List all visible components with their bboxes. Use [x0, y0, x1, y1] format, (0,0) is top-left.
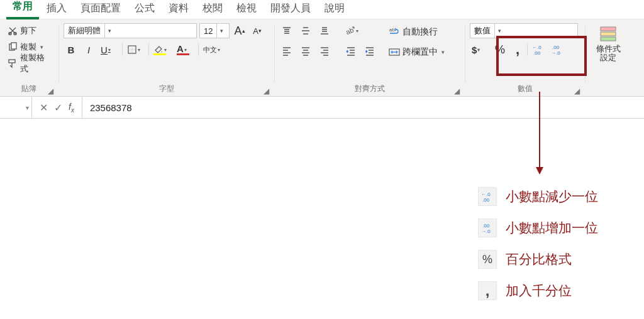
svg-rect-13 — [601, 27, 616, 31]
align-right-icon — [319, 46, 330, 56]
svg-rect-3 — [11, 43, 16, 49]
callout-percent: % 百分比格式 — [478, 250, 598, 269]
cut-button[interactable]: 剪下 — [5, 23, 54, 38]
tab-help[interactable]: 說明 — [318, 0, 351, 19]
merge-center-button[interactable]: 跨欄置中 ▾ — [385, 45, 448, 60]
font-size-value: 12 — [200, 26, 216, 36]
callout-decrease-decimal: ←.0 .00 小數點減少一位 — [478, 187, 598, 206]
separator — [58, 24, 59, 82]
decrease-indent-button[interactable] — [343, 43, 358, 58]
align-right-button[interactable] — [317, 43, 332, 58]
chevron-down-icon: ▾ — [138, 47, 140, 53]
chevron-down-icon: ▾ — [26, 104, 29, 111]
font-name-value: 新細明體 — [64, 25, 104, 36]
chevron-down-icon: ▾ — [356, 28, 358, 34]
formula-input[interactable] — [82, 97, 644, 118]
tab-dev[interactable]: 開發人員 — [264, 0, 317, 19]
tab-home[interactable]: 常用 — [6, 0, 39, 19]
separator — [527, 43, 528, 56]
chevron-down-icon: ▾ — [184, 47, 187, 53]
decrease-font-icon: A — [253, 26, 258, 36]
merge-center-icon — [389, 46, 400, 58]
increase-font-size-button[interactable]: A▴ — [232, 23, 247, 38]
decrease-decimal-icon: .00 →.0 — [551, 43, 564, 56]
chevron-down-icon: ▾ — [494, 24, 504, 38]
tab-view[interactable]: 檢視 — [230, 0, 263, 19]
accounting-button[interactable]: $ ▾ — [470, 42, 489, 57]
dollar-icon: $ — [472, 45, 477, 55]
svg-text:→.0: →.0 — [481, 229, 491, 234]
alignment-launcher-icon[interactable]: ◢ — [453, 87, 460, 95]
svg-rect-4 — [9, 60, 15, 63]
tab-data[interactable]: 資料 — [162, 0, 195, 19]
wrap-text-label: 自動換行 — [402, 26, 438, 38]
clipboard-launcher-icon[interactable]: ◢ — [47, 87, 54, 95]
wrap-text-button[interactable]: ab 自動換行 — [385, 24, 448, 40]
borders-button[interactable]: ▾ — [125, 42, 146, 57]
copy-label: 複製 — [20, 41, 36, 53]
chevron-down-icon: ▾ — [108, 47, 111, 53]
tab-insert[interactable]: 插入 — [40, 0, 73, 19]
conditional-formatting-button[interactable]: 條件式 設定 — [590, 23, 626, 63]
increase-decimal-icon: ←.0 .00 — [532, 43, 545, 56]
callout-comma-label: 加入千分位 — [506, 282, 572, 300]
bold-button[interactable]: B — [64, 42, 79, 57]
underline-icon: U — [101, 45, 108, 55]
cancel-formula-icon[interactable]: ✕ — [40, 102, 48, 114]
orientation-button[interactable]: ab ▾ — [343, 23, 364, 38]
font-color-button[interactable]: A ▾ — [175, 42, 196, 57]
font-color-swatch — [177, 53, 189, 55]
decrease-font-size-button[interactable]: A▾ — [250, 23, 265, 38]
format-painter-label: 複製格式 — [20, 52, 52, 75]
tab-review[interactable]: 校閱 — [196, 0, 229, 19]
svg-text:ab: ab — [389, 27, 395, 33]
fill-color-button[interactable]: ▾ — [152, 42, 172, 57]
format-painter-button[interactable]: 複製格式 — [5, 56, 54, 71]
comma-style-button[interactable]: , — [511, 42, 525, 57]
align-top-button[interactable] — [279, 23, 294, 38]
cond-format-label-1: 條件式 — [596, 45, 621, 53]
group-font: 新細明體 ▾ 12 ▾ A▴ A▾ B I — [60, 22, 274, 96]
percent-icon: % — [495, 43, 505, 57]
align-top-icon — [282, 26, 292, 36]
callout-increase-decimal: .00 →.0 小數點增加一位 — [478, 219, 598, 237]
name-box[interactable]: ▾ — [0, 97, 32, 118]
chevron-down-icon: ▾ — [164, 47, 167, 53]
align-middle-icon — [301, 26, 311, 36]
number-launcher-icon[interactable]: ◢ — [573, 87, 580, 95]
align-bottom-button[interactable] — [317, 23, 332, 38]
underline-button[interactable]: U ▾ — [99, 42, 119, 57]
tab-formulas[interactable]: 公式 — [128, 0, 161, 19]
font-name-combo[interactable]: 新細明體 ▾ — [64, 23, 197, 38]
svg-text:.00: .00 — [533, 50, 541, 56]
tab-layout[interactable]: 頁面配置 — [74, 0, 127, 19]
decrease-indent-icon — [346, 46, 356, 56]
group-number: 數值 ▾ $ ▾ % , — [466, 22, 584, 96]
italic-button[interactable]: I — [81, 42, 96, 57]
group-clipboard: 剪下 複製 ▾ 複製格式 — [0, 22, 58, 96]
borders-icon — [127, 45, 137, 55]
percent-style-button[interactable]: % — [492, 42, 508, 57]
annotation-callouts: ←.0 .00 小數點減少一位 .00 →.0 小數點增加一位 % 百分比格式 … — [478, 187, 598, 300]
separator — [465, 24, 465, 82]
decrease-decimal-button[interactable]: .00 →.0 — [549, 42, 565, 57]
increase-indent-button[interactable] — [362, 43, 377, 58]
number-format-combo[interactable]: 數值 ▾ — [470, 23, 578, 38]
align-left-button[interactable] — [279, 43, 294, 58]
align-middle-button[interactable] — [298, 23, 313, 38]
increase-decimal-button[interactable]: ←.0 .00 — [530, 42, 547, 57]
chevron-down-icon: ▾ — [40, 44, 43, 50]
insert-function-button[interactable]: fx — [69, 102, 74, 114]
enter-formula-icon[interactable]: ✓ — [54, 102, 62, 114]
group-alignment: ab ▾ ab — [275, 22, 464, 96]
phonetic-guide-button[interactable]: 中文 ▾ — [201, 42, 226, 57]
callout-percent-label: 百分比格式 — [506, 251, 572, 268]
font-launcher-icon[interactable]: ◢ — [262, 87, 270, 95]
formula-bar: ▾ ✕ ✓ fx — [0, 97, 644, 119]
chevron-down-icon: ▾ — [216, 24, 226, 38]
cond-format-label-2: 設定 — [600, 53, 616, 62]
font-size-combo[interactable]: 12 ▾ — [199, 23, 230, 38]
conditional-formatting-icon — [599, 26, 617, 42]
align-center-button[interactable] — [298, 43, 313, 58]
comma-icon: , — [516, 41, 519, 58]
